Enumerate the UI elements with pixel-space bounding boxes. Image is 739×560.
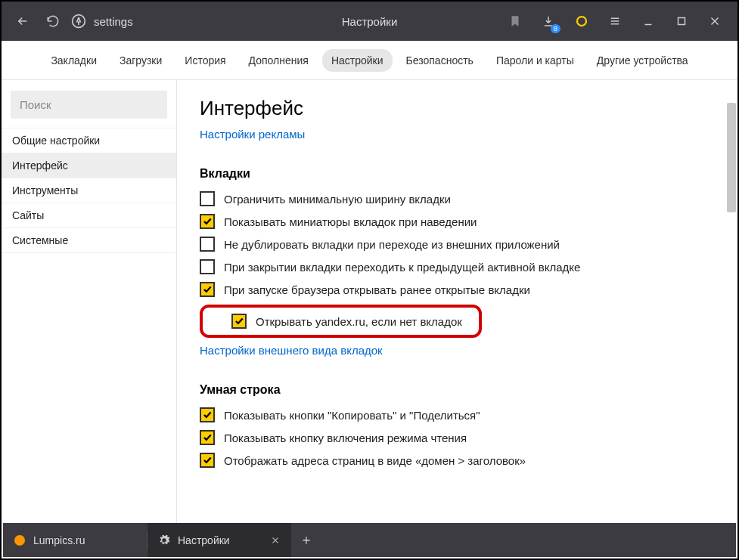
titlebar: settings Настройки 8 xyxy=(2,2,737,41)
checkbox-label: Не дублировать вкладки при переходе из в… xyxy=(224,238,560,251)
window-maximize[interactable] xyxy=(665,2,698,41)
settings-topnav: Закладки Загрузки История Дополнения Нас… xyxy=(2,41,737,80)
back-button[interactable] xyxy=(8,2,38,41)
scrollbar-thumb[interactable] xyxy=(727,103,736,212)
checkbox-label: Показывать миниатюры вкладок при наведен… xyxy=(224,215,477,228)
checkbox[interactable] xyxy=(200,259,215,274)
checkbox[interactable] xyxy=(200,407,215,422)
highlighted-option: Открывать yandex.ru, если нет вкладок xyxy=(200,305,482,338)
sidebar-search xyxy=(11,91,167,119)
checkbox-label: При запуске браузера открывать ранее отк… xyxy=(224,283,530,296)
menu-icon[interactable] xyxy=(598,2,632,41)
downloads-badge: 8 xyxy=(551,24,560,33)
checkbox-label: При закрытии вкладки переходить к предыд… xyxy=(224,261,580,274)
topnav-downloads[interactable]: Загрузки xyxy=(110,49,171,72)
topnav-passwords[interactable]: Пароли и карты xyxy=(487,49,583,72)
opt-close-goto-prev: При закрытии вкладки переходить к предыд… xyxy=(200,259,715,274)
downloads-icon[interactable]: 8 xyxy=(532,2,565,41)
tabbar: Lumpics.ru Настройки xyxy=(3,523,736,557)
svg-point-3 xyxy=(14,535,25,546)
svg-rect-2 xyxy=(678,18,685,25)
topnav-bookmarks[interactable]: Закладки xyxy=(42,49,106,72)
lumpics-favicon-icon xyxy=(14,534,26,546)
opt-domain-title-address: Отображать адреса страниц в виде «домен … xyxy=(200,453,715,468)
reload-button[interactable] xyxy=(38,2,68,41)
sidebar: Общие настройки Интерфейс Инструменты Са… xyxy=(2,80,177,524)
opt-show-thumbnails: Показывать миниатюры вкладок при наведен… xyxy=(200,214,715,229)
checkbox[interactable] xyxy=(231,314,247,329)
topnav-devices[interactable]: Другие устройства xyxy=(588,49,697,72)
page-title: Настройки xyxy=(342,15,398,28)
yandex-icon xyxy=(71,14,86,29)
content: Интерфейс Настройки рекламы Вкладки Огра… xyxy=(177,80,737,524)
bookmark-icon[interactable] xyxy=(498,2,532,41)
checkbox-label: Отображать адреса страниц в виде «домен … xyxy=(224,454,526,467)
sidebar-item-sites[interactable]: Сайты xyxy=(2,203,176,227)
address-text: settings xyxy=(94,15,133,28)
checkbox[interactable] xyxy=(200,237,215,252)
sidebar-item-system[interactable]: Системные xyxy=(2,227,176,253)
new-tab-button[interactable] xyxy=(291,525,321,555)
body-area: Общие настройки Интерфейс Инструменты Са… xyxy=(2,80,737,524)
tabs-section-title: Вкладки xyxy=(200,167,715,181)
tab-label: Lumpics.ru xyxy=(33,534,85,546)
opt-limit-tab-width: Ограничить минимальную ширину вкладки xyxy=(200,191,715,206)
checkbox[interactable] xyxy=(200,191,215,206)
window-close[interactable] xyxy=(698,2,731,41)
tab-lumpics[interactable]: Lumpics.ru xyxy=(3,523,147,557)
checkbox-label: Показывать кнопки "Копировать" и "Подели… xyxy=(224,409,480,422)
gear-icon xyxy=(158,534,170,546)
topnav-history[interactable]: История xyxy=(175,49,234,72)
smartline-section-title: Умная строка xyxy=(200,383,715,397)
checkbox[interactable] xyxy=(200,430,215,445)
svg-point-1 xyxy=(577,17,586,26)
window-minimize[interactable] xyxy=(632,2,665,41)
opt-restore-tabs: При запуске браузера открывать ранее отк… xyxy=(200,282,715,297)
topnav-settings[interactable]: Настройки xyxy=(322,49,393,72)
tab-settings[interactable]: Настройки xyxy=(147,523,291,557)
checkbox-label: Показывать кнопку включения режима чтени… xyxy=(224,432,467,444)
extension-icon[interactable] xyxy=(565,2,598,41)
opt-no-duplicate-tabs: Не дублировать вкладки при переходе из в… xyxy=(200,237,715,252)
checkbox[interactable] xyxy=(200,214,215,229)
opt-open-yandex: Открывать yandex.ru, если нет вкладок xyxy=(231,314,462,329)
topnav-security[interactable]: Безопасность xyxy=(397,49,483,72)
close-icon[interactable] xyxy=(270,535,281,546)
tab-label: Настройки xyxy=(178,534,230,546)
sidebar-item-interface[interactable]: Интерфейс xyxy=(2,153,176,178)
tabs-appearance-link[interactable]: Настройки внешнего вида вкладок xyxy=(200,344,383,357)
checkbox[interactable] xyxy=(200,453,215,468)
search-input[interactable] xyxy=(11,91,167,119)
checkbox-label: Ограничить минимальную ширину вкладки xyxy=(224,193,451,206)
checkbox[interactable] xyxy=(200,282,215,297)
checkbox-label: Открывать yandex.ru, если нет вкладок xyxy=(256,315,462,328)
topnav-addons[interactable]: Дополнения xyxy=(240,49,318,72)
opt-reader-mode-button: Показывать кнопку включения режима чтени… xyxy=(200,430,715,445)
sidebar-item-general[interactable]: Общие настройки xyxy=(2,128,176,153)
sidebar-item-tools[interactable]: Инструменты xyxy=(2,178,176,203)
address-bar[interactable]: settings xyxy=(71,14,133,29)
ads-settings-link[interactable]: Настройки рекламы xyxy=(200,128,305,141)
opt-copy-share-buttons: Показывать кнопки "Копировать" и "Подели… xyxy=(200,407,715,422)
content-heading: Интерфейс xyxy=(200,97,715,120)
